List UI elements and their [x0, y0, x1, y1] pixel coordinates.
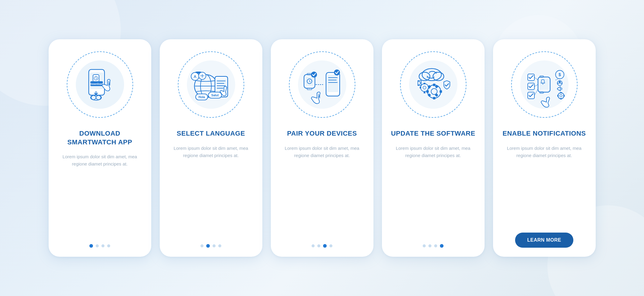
card-title-download: DOWNLOAD SMARTWATCH APP [57, 129, 143, 146]
cards-container: Download DOWNLOAD SMARTWATCH APP Lorem i… [24, 27, 620, 269]
card-title-pair: PAIR YOUR DEVICES [287, 129, 357, 138]
dot-2 [317, 244, 320, 247]
card-body-pair: Lorem ipsum dolor sit dim amet, mea regi… [279, 145, 365, 159]
dot-3 [434, 244, 437, 247]
card-illustration-language: Hi Hola Salut A [175, 48, 247, 121]
card-illustration-update [397, 48, 469, 121]
dot-2 [428, 244, 431, 247]
card-dots-language [200, 244, 221, 248]
card-illustration-pair [286, 48, 358, 121]
card-title-notifications: ENABLE NOTIFICATIONS [502, 129, 586, 138]
learn-more-button[interactable]: LEARN MORE [515, 233, 573, 248]
dashed-circle [67, 51, 133, 118]
dashed-circle-5 [511, 51, 578, 118]
dashed-circle-2 [178, 51, 244, 118]
dot-1 [200, 244, 203, 247]
dot-4 [329, 244, 332, 247]
dot-1 [423, 244, 426, 247]
card-body-notifications: Lorem ipsum dolor sit dim amet, mea regi… [501, 145, 587, 159]
card-illustration-download: Download [64, 48, 136, 121]
dot-4 [218, 244, 221, 247]
card-title-update: UPDATE THE SOFTWARE [391, 129, 475, 138]
card-body-update: Lorem ipsum dolor sit dim amet, mea regi… [390, 145, 476, 159]
card-download: Download DOWNLOAD SMARTWATCH APP Lorem i… [49, 39, 151, 257]
dot-1 [89, 244, 93, 248]
card-update: UPDATE THE SOFTWARE Lorem ipsum dolor si… [382, 39, 485, 257]
card-illustration-notifications: $ [508, 48, 581, 121]
card-body-download: Lorem ipsum dolor sit dim amet, mea regi… [57, 153, 143, 168]
dot-3 [323, 244, 327, 248]
card-dots-update [423, 244, 444, 248]
card-dots-download [89, 244, 110, 248]
dot-1 [312, 244, 315, 247]
dashed-circle-4 [400, 51, 466, 118]
card-body-language: Lorem ipsum dolor sit dim amet, mea regi… [168, 145, 254, 159]
card-dots-pair [312, 244, 332, 248]
card-title-language: SELECT LANGUAGE [177, 129, 245, 138]
card-language: Hi Hola Salut A SELECT LANGUAGE Lorem ip… [160, 39, 262, 257]
card-notifications: $ [493, 39, 596, 257]
dot-3 [213, 244, 216, 247]
dot-4 [107, 244, 110, 247]
dashed-circle-3 [289, 51, 355, 118]
dot-4 [440, 244, 444, 248]
dot-3 [101, 244, 104, 247]
dot-2 [96, 244, 99, 247]
card-pair: PAIR YOUR DEVICES Lorem ipsum dolor sit … [271, 39, 373, 257]
dot-2 [206, 244, 210, 248]
